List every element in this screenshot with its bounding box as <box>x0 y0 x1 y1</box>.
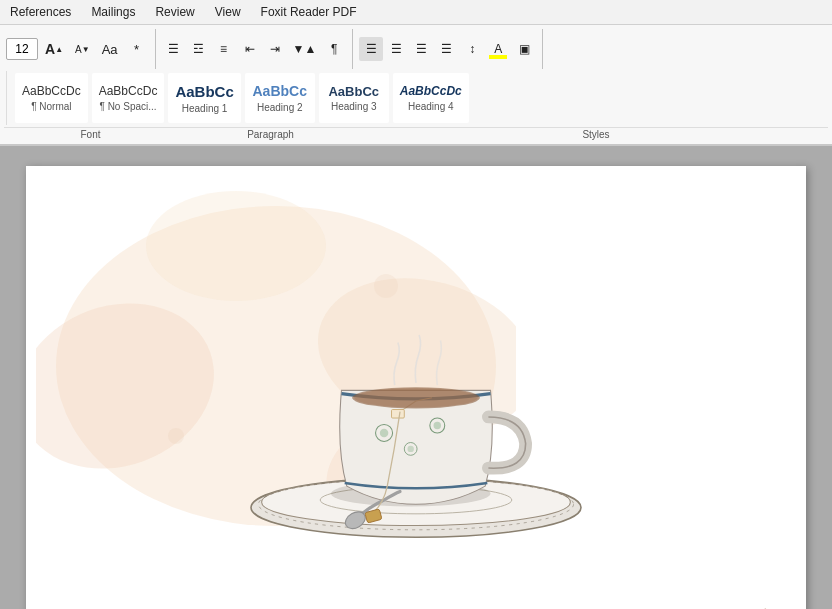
sort-button[interactable]: ▼▲ <box>288 37 322 61</box>
style-heading4-label: Heading 4 <box>408 101 454 112</box>
svg-rect-21 <box>392 410 405 419</box>
style-normal-label: ¶ Normal <box>31 101 71 112</box>
ribbon: A▲ A▼ Aa * ☰ ☲ ≡ ⇤ ⇥ ▼▲ ¶ ☰ ☰ ☰ ☰ ↕ A <box>0 25 832 146</box>
ribbon-controls-row: A▲ A▼ Aa * ☰ ☲ ≡ ⇤ ⇥ ▼▲ ¶ ☰ ☰ ☰ ☰ ↕ A <box>4 27 828 127</box>
alignment-buttons: ☰ ☰ ☰ ☰ <box>359 37 458 61</box>
style-heading1-label: Heading 1 <box>182 103 228 114</box>
font-shrink-button[interactable]: A▼ <box>70 37 95 61</box>
change-case-button[interactable]: Aa <box>97 37 123 61</box>
ribbon-group-labels: Font Paragraph Styles <box>4 127 828 140</box>
style-heading3-label: Heading 3 <box>331 101 377 112</box>
separator-2 <box>352 29 353 69</box>
show-formatting-button[interactable]: ¶ <box>322 37 346 61</box>
style-heading3[interactable]: AaBbCc Heading 3 <box>319 73 389 123</box>
style-normal[interactable]: AaBbCcDc ¶ Normal <box>15 73 88 123</box>
style-heading2[interactable]: AaBbCc Heading 2 <box>245 73 315 123</box>
style-no-spacing-label: ¶ No Spaci... <box>100 101 157 112</box>
document-page[interactable]: Anna Bozhina <box>26 166 806 609</box>
list-buttons: ☰ ☲ ≡ <box>162 37 236 61</box>
separator-1 <box>155 29 156 69</box>
style-heading1[interactable]: AaBbCc Heading 1 <box>168 73 240 123</box>
style-heading2-label: Heading 2 <box>257 102 303 113</box>
style-heading3-preview: AaBbCc <box>328 84 379 100</box>
document-area: Anna Bozhina <box>0 146 832 609</box>
watermark-text: Anna Bozhina <box>713 605 786 609</box>
menu-view[interactable]: View <box>205 2 251 22</box>
menu-mailings[interactable]: Mailings <box>81 2 145 22</box>
style-heading4-preview: AaBbCcDc <box>400 84 462 98</box>
styles-group-label: Styles <box>368 129 824 140</box>
indent-buttons: ⇤ ⇥ ▼▲ ¶ <box>238 37 347 61</box>
style-heading4[interactable]: AaBbCcDc Heading 4 <box>393 73 469 123</box>
menu-review[interactable]: Review <box>145 2 204 22</box>
paragraph-group-label: Paragraph <box>173 129 368 140</box>
increase-indent-button[interactable]: ⇥ <box>263 37 287 61</box>
style-normal-preview: AaBbCcDc <box>22 84 81 98</box>
font-group-label: Font <box>8 129 173 140</box>
menu-bar: References Mailings Review View Foxit Re… <box>0 0 832 25</box>
svg-point-23 <box>354 388 477 407</box>
style-heading1-preview: AaBbCc <box>175 83 233 101</box>
svg-point-18 <box>434 422 441 429</box>
clear-formatting-button[interactable]: * <box>125 37 149 61</box>
numbered-list-button[interactable]: ☲ <box>187 37 211 61</box>
shading-button[interactable]: A <box>486 37 510 61</box>
style-no-spacing[interactable]: AaBbCcDc ¶ No Spaci... <box>92 73 165 123</box>
justify-button[interactable]: ☰ <box>434 37 458 61</box>
svg-point-16 <box>407 446 413 452</box>
decrease-indent-button[interactable]: ⇤ <box>238 37 262 61</box>
font-grow-button[interactable]: A▲ <box>40 37 68 61</box>
align-left-button[interactable]: ☰ <box>359 37 383 61</box>
svg-point-14 <box>380 429 389 438</box>
menu-foxit[interactable]: Foxit Reader PDF <box>251 2 367 22</box>
bullet-list-button[interactable]: ☰ <box>162 37 186 61</box>
line-spacing-button[interactable]: ↕ <box>460 37 484 61</box>
font-size-input[interactable] <box>6 38 38 60</box>
align-center-button[interactable]: ☰ <box>384 37 408 61</box>
menu-references[interactable]: References <box>0 2 81 22</box>
multilevel-list-button[interactable]: ≡ <box>212 37 236 61</box>
borders-button[interactable]: ▣ <box>512 37 536 61</box>
style-no-spacing-preview: AaBbCcDc <box>99 84 158 98</box>
svg-point-5 <box>168 428 184 444</box>
align-right-button[interactable]: ☰ <box>409 37 433 61</box>
separator-3 <box>542 29 543 69</box>
tea-cup-image <box>226 236 606 566</box>
styles-area: AaBbCcDc ¶ Normal AaBbCcDc ¶ No Spaci...… <box>6 71 826 125</box>
shading-color-bar <box>489 55 507 59</box>
style-heading2-preview: AaBbCc <box>253 83 307 100</box>
